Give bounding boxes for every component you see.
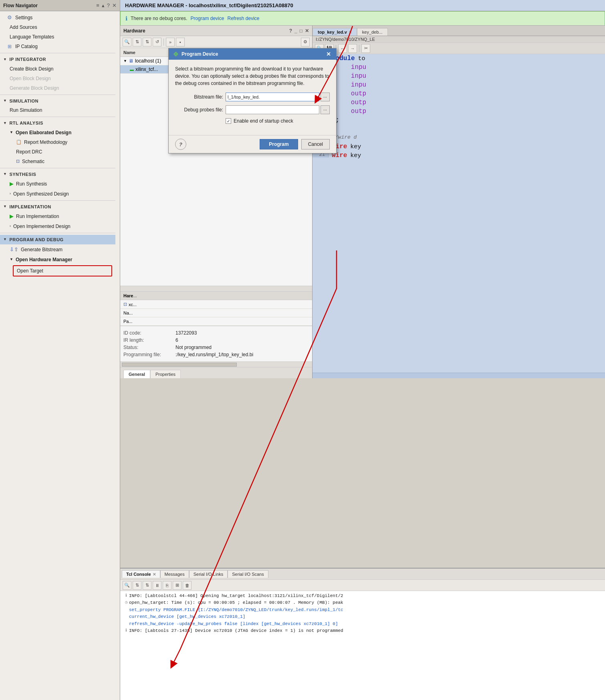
sidebar-item-open-target[interactable]: Open Target	[14, 266, 111, 276]
code-line-11: 11 inpu	[313, 63, 605, 72]
console-collapse-btn[interactable]: ⇅	[133, 581, 141, 590]
close-icon[interactable]: ✕	[112, 2, 117, 8]
hw-expand-btn[interactable]: ⇅	[143, 38, 151, 46]
sidebar-item-create-block-design[interactable]: Create Block Design	[0, 64, 115, 74]
sidebar-item-open-synthesized-design[interactable]: › Open Synthesized Design	[0, 189, 115, 199]
tab-properties[interactable]: Properties	[150, 370, 181, 378]
tab-messages[interactable]: Messages	[160, 570, 189, 578]
tab-top-key-led-close[interactable]: ✕	[349, 30, 352, 34]
dialog-debug-probes-input[interactable]	[226, 105, 319, 114]
dialog-body: Select a bitstream programming file and …	[169, 60, 336, 135]
hw-status-label: Status:	[123, 345, 175, 350]
sidebar-item-open-block-design[interactable]: Open Block Design	[0, 74, 115, 83]
sidebar-item-generate-bitstream[interactable]: ⇩⇧ Generate Bitstream	[0, 244, 115, 255]
gear-icon: ⚙	[6, 14, 13, 21]
hscroll-thumb[interactable]	[122, 363, 237, 367]
hw-status-row: Status: Not programmed	[123, 344, 309, 351]
console-grid-btn[interactable]: ⊞	[173, 581, 182, 590]
up-icon[interactable]: ▴	[102, 2, 105, 8]
generate-block-design-label: Generate Block Design	[10, 85, 59, 92]
code-tabs: top_key_led.v ✕ key_deb...	[313, 26, 605, 36]
hw-manager-separator: -	[184, 2, 189, 8]
program-device-link[interactable]: Program device	[190, 16, 224, 21]
hw-collapse-btn[interactable]: ⇅	[133, 38, 141, 46]
dialog-startup-checkbox[interactable]: ✓	[226, 118, 231, 124]
console-gutter-5: ℹ	[123, 628, 129, 633]
sidebar-item-generate-block-design[interactable]: Generate Block Design	[0, 83, 115, 93]
tab-key-deb[interactable]: key_deb...	[357, 28, 388, 36]
cancel-button[interactable]: Cancel	[301, 139, 330, 149]
code-cut-btn[interactable]: ✂	[361, 44, 370, 53]
generate-bitstream-label: Generate Bitstream	[21, 246, 63, 253]
sidebar-item-run-implementation[interactable]: ▶ Run Implementation	[0, 211, 115, 222]
messages-label: Messages	[165, 572, 185, 577]
hw-forward-btn[interactable]: »	[166, 38, 175, 46]
sidebar-item-open-elaborated-design[interactable]: ▼ Open Elaborated Design	[0, 128, 115, 137]
console-copy-btn[interactable]: ⎘	[163, 581, 171, 590]
code-sep2	[359, 45, 359, 52]
close-title-icon[interactable]: ✕	[305, 28, 309, 34]
help-icon[interactable]: ?	[107, 2, 110, 8]
hw-refresh-btn[interactable]: ↺	[153, 38, 161, 46]
hw-hscroll[interactable]	[120, 286, 312, 291]
refresh-device-link[interactable]: Refresh device	[227, 16, 259, 21]
console-search-btn[interactable]: 🔍	[123, 581, 131, 590]
code-line-10: 10 module to	[313, 54, 605, 63]
kw-input-11: inpu	[351, 64, 366, 71]
hw-hscroll-bottom[interactable]	[120, 361, 312, 367]
tab-general[interactable]: General	[123, 370, 150, 378]
hardware-panel-titlebar: Hardware ? _ □ ✕	[120, 26, 312, 36]
console-clear-btn[interactable]: 🗑	[183, 581, 192, 590]
hw-device-icon: ▬	[130, 67, 134, 72]
hw-settings-btn[interactable]: ⚙	[301, 38, 310, 46]
minimize-title-icon[interactable]: _	[294, 28, 297, 34]
tcl-console-close[interactable]: ✕	[153, 572, 156, 577]
ip-catalog-label: IP Catalog	[15, 43, 38, 50]
dialog-titlebar: Program Device ✕	[169, 48, 336, 60]
dialog-bitstream-input[interactable]: l_1/top_key_led. ✕	[226, 93, 319, 101]
collapse-icon[interactable]: ≡	[96, 2, 99, 8]
dialog-bitstream-browse[interactable]: ···	[321, 93, 330, 101]
dialog-close-btn[interactable]: ✕	[325, 50, 332, 58]
dialog-checkbox-row: ✓ Enable end of startup check	[226, 118, 330, 124]
rtl-analysis-chevron: ▼	[3, 121, 7, 126]
dialog-bitstream-clear[interactable]: ✕	[314, 95, 317, 99]
sidebar-item-open-hardware-manager[interactable]: ▼ Open Hardware Manager	[0, 255, 115, 264]
maximize-title-icon[interactable]: □	[300, 28, 302, 34]
hw-search-btn[interactable]: 🔍	[123, 38, 131, 46]
sidebar-item-settings[interactable]: ⚙ Settings	[0, 13, 115, 22]
vivado-logo	[173, 51, 179, 57]
sidebar-item-report-drc[interactable]: Report DRC	[0, 147, 115, 157]
sidebar-item-ip-catalog[interactable]: ⊞ IP Catalog	[0, 42, 115, 51]
tab-serial-io-links[interactable]: Serial I/O Links	[189, 570, 228, 578]
dialog-debug-probes-browse[interactable]: ···	[321, 105, 330, 114]
code-line-21: 21 wire key	[313, 151, 605, 160]
code-hscroll[interactable]	[313, 373, 605, 378]
sidebar-item-run-simulation[interactable]: Run Simulation	[0, 105, 115, 115]
help-title-icon[interactable]: ?	[289, 28, 292, 34]
language-templates-label: Language Templates	[10, 33, 54, 40]
sidebar-item-report-methodology[interactable]: 📋 Report Methodology	[0, 137, 115, 147]
tab-top-key-led[interactable]: top_key_led.v ✕	[313, 28, 357, 36]
hardware-panel-title: Hardware	[123, 28, 145, 34]
open-elab-chevron: ▼	[10, 130, 13, 135]
hw-localhost-chevron: ▼	[123, 59, 127, 63]
dialog-help-btn[interactable]: ?	[175, 139, 186, 150]
tab-tcl-console[interactable]: Tcl Console ✕	[122, 570, 160, 578]
hw-stop-btn[interactable]: ▪	[176, 38, 185, 46]
main-area: HARDWARE MANAGER - localhost/xilinx_tcf/…	[120, 0, 605, 700]
console-pause-btn[interactable]: ⏸	[153, 581, 161, 590]
sidebar-item-run-synthesis[interactable]: ▶ Run Synthesis	[0, 179, 115, 189]
section-implementation: ▼ IMPLEMENTATION	[0, 202, 115, 212]
sidebar-item-schematic[interactable]: ⊡ Schematic	[0, 157, 115, 166]
sidebar-item-language-templates[interactable]: Language Templates	[0, 32, 115, 42]
sidebar-item-open-implemented-design[interactable]: › Open Implemented Design	[0, 222, 115, 231]
code-fwd-btn[interactable]: →	[348, 44, 357, 53]
divider-5	[0, 200, 115, 201]
code-plain-21: key	[350, 152, 361, 159]
code-back-btn[interactable]: ←	[338, 44, 347, 53]
program-button[interactable]: Program	[260, 139, 298, 149]
console-expand-btn[interactable]: ⇅	[143, 581, 151, 590]
sidebar-item-add-sources[interactable]: Add Sources	[0, 22, 115, 32]
tab-serial-io-scans[interactable]: Serial I/O Scans	[228, 570, 268, 578]
